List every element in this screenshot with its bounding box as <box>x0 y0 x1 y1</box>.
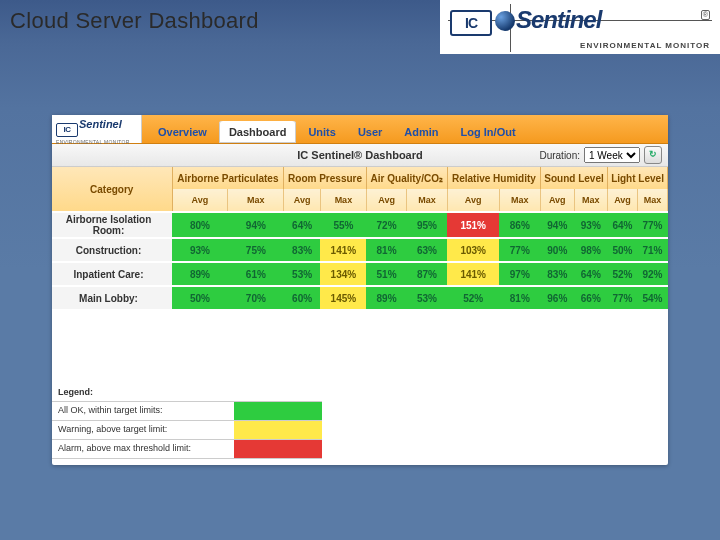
metric-cell: 60% <box>284 286 321 309</box>
duration-control: Duration: 1 Week ↻ <box>539 146 662 164</box>
metric-cell: 61% <box>228 262 284 286</box>
row-label: Airborne Isolation Room: <box>52 212 172 238</box>
metric-cell: 89% <box>366 286 406 309</box>
sub-header: Avg <box>366 189 406 212</box>
metric-cell: 93% <box>172 238 228 262</box>
metric-cell: 94% <box>228 212 284 238</box>
sub-header: Avg <box>447 189 499 212</box>
metric-cell: 141% <box>320 238 366 262</box>
legend-title: Legend: <box>52 383 322 402</box>
sub-header: Avg <box>172 189 228 212</box>
metric-cell: 63% <box>407 238 447 262</box>
panel-header: ICSentinel ENVIRONMENTAL MONITOR Overvie… <box>52 115 668 144</box>
metric-cell: 94% <box>541 212 575 238</box>
legend: Legend: All OK, within target limits:War… <box>52 383 322 459</box>
brand-wordmark: Sentinel <box>494 6 601 34</box>
row-label: Main Lobby: <box>52 286 172 309</box>
tab-admin[interactable]: Admin <box>394 121 448 143</box>
metric-cell: 52% <box>608 262 638 286</box>
metric-cell: 97% <box>499 262 540 286</box>
metric-cell: 83% <box>284 238 321 262</box>
dashboard-panel: ICSentinel ENVIRONMENTAL MONITOR Overvie… <box>52 115 668 465</box>
metric-group-header: Airborne Particulates <box>172 167 284 189</box>
registered-icon: ® <box>701 10 710 20</box>
sub-header: Max <box>637 189 667 212</box>
mini-ic-chip: IC <box>56 123 78 137</box>
metrics-table: CategoryAirborne ParticulatesRoom Pressu… <box>52 167 668 309</box>
metric-cell: 75% <box>228 238 284 262</box>
metric-cell: 50% <box>172 286 228 309</box>
metric-cell: 98% <box>574 238 608 262</box>
tab-dashboard[interactable]: Dashboard <box>219 121 296 143</box>
metric-cell: 53% <box>284 262 321 286</box>
metric-cell: 80% <box>172 212 228 238</box>
tab-bar: OverviewDashboardUnitsUserAdminLog In/Ou… <box>142 115 668 143</box>
metric-cell: 103% <box>447 238 499 262</box>
brand-ic-chip: IC <box>450 10 492 36</box>
metric-cell: 86% <box>499 212 540 238</box>
sub-header: Avg <box>541 189 575 212</box>
metric-cell: 71% <box>637 238 667 262</box>
tab-units[interactable]: Units <box>298 121 346 143</box>
metric-cell: 93% <box>574 212 608 238</box>
metric-cell: 96% <box>541 286 575 309</box>
metric-cell: 81% <box>499 286 540 309</box>
legend-swatch <box>234 402 322 420</box>
globe-icon <box>495 11 515 31</box>
legend-text: Alarm, above max threshold limit: <box>52 440 234 458</box>
metric-cell: 51% <box>366 262 406 286</box>
sub-header: Max <box>320 189 366 212</box>
sub-header: Avg <box>608 189 638 212</box>
metric-cell: 89% <box>172 262 228 286</box>
legend-row: Alarm, above max threshold limit: <box>52 440 322 459</box>
tab-user[interactable]: User <box>348 121 392 143</box>
metric-cell: 52% <box>447 286 499 309</box>
category-header: Category <box>52 167 172 212</box>
dashboard-title: IC Sentinel® Dashboard <box>297 149 422 161</box>
metric-cell: 64% <box>608 212 638 238</box>
panel-mini-logo: ICSentinel ENVIRONMENTAL MONITOR <box>52 115 142 143</box>
row-label: Inpatient Care: <box>52 262 172 286</box>
legend-swatch <box>234 421 322 439</box>
metric-cell: 92% <box>637 262 667 286</box>
row-label: Construction: <box>52 238 172 262</box>
sub-header: Max <box>574 189 608 212</box>
metric-cell: 145% <box>320 286 366 309</box>
brand-logo: IC Sentinel ® ENVIRONMENTAL MONITOR <box>440 0 720 54</box>
dashboard-subheader: IC Sentinel® Dashboard Duration: 1 Week … <box>52 144 668 167</box>
sub-header: Max <box>228 189 284 212</box>
metric-group-header: Sound Level <box>541 167 608 189</box>
table-row: Main Lobby:50%70%60%145%89%53%52%81%96%6… <box>52 286 668 309</box>
table-row: Airborne Isolation Room:80%94%64%55%72%9… <box>52 212 668 238</box>
metric-cell: 54% <box>637 286 667 309</box>
metric-cell: 77% <box>608 286 638 309</box>
table-row: Construction:93%75%83%141%81%63%103%77%9… <box>52 238 668 262</box>
sub-header: Avg <box>284 189 321 212</box>
metric-cell: 83% <box>541 262 575 286</box>
metric-cell: 66% <box>574 286 608 309</box>
metric-cell: 64% <box>284 212 321 238</box>
metric-cell: 134% <box>320 262 366 286</box>
metric-cell: 95% <box>407 212 447 238</box>
metric-cell: 53% <box>407 286 447 309</box>
metric-group-header: Room Pressure <box>284 167 367 189</box>
legend-text: All OK, within target limits: <box>52 402 234 420</box>
metric-group-header: Light Level <box>608 167 668 189</box>
metric-cell: 77% <box>637 212 667 238</box>
metric-cell: 151% <box>447 212 499 238</box>
metric-cell: 87% <box>407 262 447 286</box>
legend-text: Warning, above target limit: <box>52 421 234 439</box>
duration-select[interactable]: 1 Week <box>584 147 640 163</box>
metric-cell: 90% <box>541 238 575 262</box>
sub-header: Max <box>499 189 540 212</box>
mini-wordmark: Sentinel <box>79 118 122 130</box>
refresh-button[interactable]: ↻ <box>644 146 662 164</box>
brand-tagline: ENVIRONMENTAL MONITOR <box>580 41 710 50</box>
legend-row: Warning, above target limit: <box>52 421 322 440</box>
metric-cell: 81% <box>366 238 406 262</box>
metric-cell: 141% <box>447 262 499 286</box>
metric-cell: 50% <box>608 238 638 262</box>
page-title: Cloud Server Dashboard <box>10 8 259 34</box>
tab-log-in-out[interactable]: Log In/Out <box>451 121 526 143</box>
tab-overview[interactable]: Overview <box>148 121 217 143</box>
